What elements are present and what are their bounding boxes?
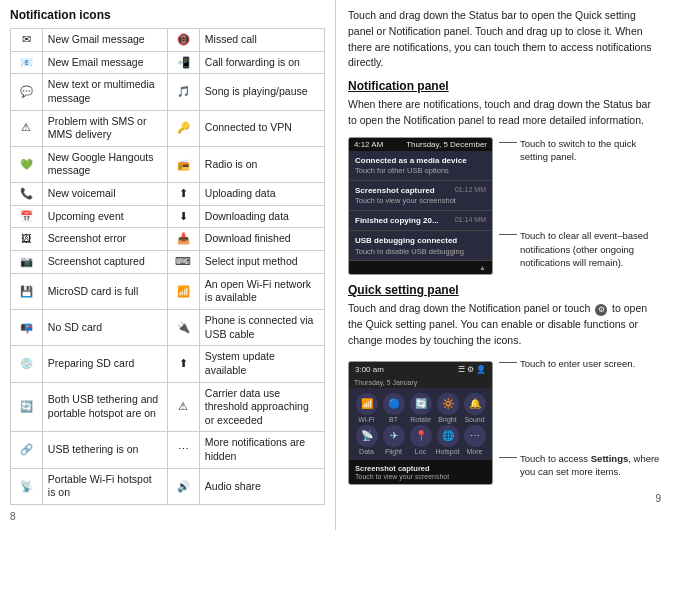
text-left-14: Portable Wi-Fi hotspot is on <box>42 468 167 504</box>
qs-icon-rotate[interactable]: 🔄 Rotate <box>408 393 433 423</box>
text-right-1: Call forwarding is on <box>199 51 324 74</box>
notif-panel-footer: ▲ <box>349 261 492 274</box>
icon-right-7: 📥 <box>167 228 199 251</box>
annotation-right-text: Touch to clear all event–based notificat… <box>520 229 661 269</box>
icon-right-5: ⬆ <box>167 183 199 206</box>
text-right-13: More notifications are hidden <box>199 432 324 468</box>
qs-icon-more[interactable]: ⋯ More <box>462 425 487 455</box>
icon-left-0: ✉ <box>11 29 43 52</box>
notif-row-1-title: Connected as a media device <box>355 156 467 165</box>
icon-left-5: 📞 <box>11 183 43 206</box>
text-left-6: Upcoming event <box>42 205 167 228</box>
qs-bottom-notif[interactable]: Screenshot captured Touch to view your s… <box>349 460 492 484</box>
icon-right-4: 📻 <box>167 146 199 182</box>
icon-right-2: 🎵 <box>167 74 199 110</box>
qs-panel-desc: Touch and drag down the Notification pan… <box>348 301 661 348</box>
text-left-3: Problem with SMS or MMS delivery <box>42 110 167 146</box>
qs-panel-mockup: 3:00 am ☰ ⚙ 👤 Thursday, 5 January 📶 Wi-F… <box>348 357 493 485</box>
qs-icon-airplane[interactable]: ✈ Flight <box>381 425 406 455</box>
qs-time: 3:00 am <box>355 365 384 374</box>
qs-annotation-bottom-text: Touch to access Settings, where you can … <box>520 452 661 479</box>
icon-right-3: 🔑 <box>167 110 199 146</box>
notif-row-4[interactable]: USB debugging connected Touch to disable… <box>349 231 492 261</box>
notif-row-4-sub: Touch to disable USB debugging <box>355 247 486 257</box>
text-right-2: Song is playing/pause <box>199 74 324 110</box>
text-right-10: Phone is connected via USB cable <box>199 309 324 345</box>
notif-panel-mockup: 4:12 AM Thursday, 5 December Connected a… <box>348 137 493 276</box>
annotation-right-line <box>499 234 517 235</box>
text-left-4: New Google Hangouts message <box>42 146 167 182</box>
qs-annotation-top-text: Touch to enter user screen. <box>520 357 635 370</box>
notif-panel-section-title: Notification panel <box>348 79 661 93</box>
icon-right-11: ⬆ <box>167 346 199 382</box>
qs-icon-sound[interactable]: 🔔 Sound <box>462 393 487 423</box>
icon-right-12: ⚠ <box>167 382 199 432</box>
table-row: 📭 No SD card 🔌 Phone is connected via US… <box>11 309 325 345</box>
icon-left-9: 💾 <box>11 273 43 309</box>
qs-annotation-bottom: Touch to access Settings, where you can … <box>499 452 661 479</box>
text-left-9: MicroSD card is full <box>42 273 167 309</box>
icon-left-8: 📷 <box>11 251 43 274</box>
qs-icon-location[interactable]: 📍 Loc <box>408 425 433 455</box>
notif-row-2-sub: Touch to view your screenshot <box>355 196 486 206</box>
annotation-top: Touch to switch to the quick setting pan… <box>499 137 661 164</box>
notif-row-2-title: Screenshot captured <box>355 186 435 195</box>
status-time: 4:12 AM <box>354 140 383 149</box>
icon-right-8: ⌨ <box>167 251 199 274</box>
qs-annotation-top: Touch to enter user screen. <box>499 357 661 370</box>
icon-left-13: 🔗 <box>11 432 43 468</box>
icon-left-3: ⚠ <box>11 110 43 146</box>
icon-left-2: 💬 <box>11 74 43 110</box>
qs-bottom-title: Screenshot captured <box>355 464 486 473</box>
notification-table: ✉ New Gmail message 📵 Missed call 📧 New … <box>10 28 325 505</box>
table-row: 📷 Screenshot captured ⌨ Select input met… <box>11 251 325 274</box>
notif-row-2[interactable]: 01:12 MM Screenshot captured Touch to vi… <box>349 181 492 211</box>
notif-row-1[interactable]: Connected as a media device Touch for ot… <box>349 151 492 181</box>
table-row: 📧 New Email message 📲 Call forwarding is… <box>11 51 325 74</box>
table-row: 📡 Portable Wi-Fi hotspot is on 🔊 Audio s… <box>11 468 325 504</box>
text-left-2: New text or multimedia message <box>42 74 167 110</box>
text-left-11: Preparing SD card <box>42 346 167 382</box>
right-column: Touch and drag down the Status bar to op… <box>336 0 673 530</box>
icon-right-0: 📵 <box>167 29 199 52</box>
notif-row-3[interactable]: 01:14 MM Finished copying 20... <box>349 211 492 231</box>
qs-date-bar: Thursday, 5 January <box>349 377 492 388</box>
table-row: 💚 New Google Hangouts message 📻 Radio is… <box>11 146 325 182</box>
table-row: 🖼 Screenshot error 📥 Download finished <box>11 228 325 251</box>
qs-icon-hotspot[interactable]: 🌐 Hotspot <box>435 425 460 455</box>
table-row: ⚠ Problem with SMS or MMS delivery 🔑 Con… <box>11 110 325 146</box>
icon-left-1: 📧 <box>11 51 43 74</box>
icon-left-12: 🔄 <box>11 382 43 432</box>
intro-paragraph: Touch and drag down the Status bar to op… <box>348 8 661 71</box>
annotation-top-text: Touch to switch to the quick setting pan… <box>520 137 661 164</box>
icon-right-1: 📲 <box>167 51 199 74</box>
table-row: 💾 MicroSD card is full 📶 An open Wi-Fi n… <box>11 273 325 309</box>
qs-panel-annotations: Touch to enter user screen. Touch to acc… <box>499 357 661 485</box>
icon-left-4: 💚 <box>11 146 43 182</box>
text-left-12: Both USB tethering and portable hotspot … <box>42 382 167 432</box>
qs-icon-bluetooth[interactable]: 🔵 BT <box>381 393 406 423</box>
notif-row-1-sub: Touch for other USB options <box>355 166 486 176</box>
text-right-11: System update available <box>199 346 324 382</box>
icon-left-14: 📡 <box>11 468 43 504</box>
text-left-1: New Email message <box>42 51 167 74</box>
table-row: 💿 Preparing SD card ⬆ System update avai… <box>11 346 325 382</box>
text-right-8: Select input method <box>199 251 324 274</box>
qs-panel-graphic: 3:00 am ☰ ⚙ 👤 Thursday, 5 January 📶 Wi-F… <box>348 361 493 485</box>
text-right-9: An open Wi-Fi network is available <box>199 273 324 309</box>
qs-panel-desc-text1: Touch and drag down the Notification pan… <box>348 302 590 314</box>
text-left-7: Screenshot error <box>42 228 167 251</box>
qs-icon-data[interactable]: 📡 Data <box>354 425 379 455</box>
table-row: 📞 New voicemail ⬆ Uploading data <box>11 183 325 206</box>
left-column: Notification icons ✉ New Gmail message 📵… <box>0 0 336 530</box>
icon-right-10: 🔌 <box>167 309 199 345</box>
qs-panel-area: 3:00 am ☰ ⚙ 👤 Thursday, 5 January 📶 Wi-F… <box>348 357 661 485</box>
qs-icon-wifi[interactable]: 📶 Wi-Fi <box>354 393 379 423</box>
page-number-left: 8 <box>10 511 325 522</box>
qs-icon-brightness[interactable]: 🔆 Bright <box>435 393 460 423</box>
qs-settings-icon: ⚙ <box>595 304 607 316</box>
qs-icons-bar: ☰ ⚙ 👤 <box>458 365 486 374</box>
text-right-7: Download finished <box>199 228 324 251</box>
notif-panel-desc: When there are notifications, touch and … <box>348 97 661 129</box>
page-number-right: 9 <box>348 493 661 504</box>
